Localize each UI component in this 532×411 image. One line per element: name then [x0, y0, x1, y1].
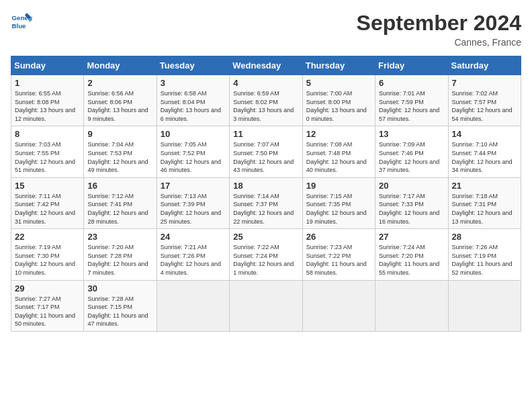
month-title: September 2024 — [357, 11, 521, 36]
day-number: 22 — [15, 232, 80, 242]
empty-cell — [302, 280, 375, 331]
day-number: 10 — [161, 129, 226, 139]
day-info: Sunrise: 7:07 AMSunset: 7:50 PMDaylight:… — [233, 140, 298, 174]
day-number: 21 — [452, 181, 517, 191]
day-number: 3 — [161, 78, 226, 88]
day-info: Sunrise: 7:26 AMSunset: 7:19 PMDaylight:… — [452, 243, 517, 277]
day-number: 18 — [233, 181, 298, 191]
calendar-day-17: 17 Sunrise: 7:13 AMSunset: 7:39 PMDaylig… — [157, 177, 229, 228]
day-info: Sunrise: 7:04 AMSunset: 7:53 PMDaylight:… — [87, 140, 152, 174]
calendar-header-row: SundayMondayTuesdayWednesdayThursdayFrid… — [11, 56, 521, 75]
day-number: 2 — [87, 78, 152, 88]
calendar-week-4: 22 Sunrise: 7:19 AMSunset: 7:30 PMDaylig… — [11, 229, 521, 280]
day-info: Sunrise: 7:01 AMSunset: 7:59 PMDaylight:… — [379, 89, 444, 123]
calendar-day-20: 20 Sunrise: 7:17 AMSunset: 7:33 PMDaylig… — [375, 177, 448, 228]
day-info: Sunrise: 7:12 AMSunset: 7:41 PMDaylight:… — [87, 192, 152, 226]
day-info: Sunrise: 7:09 AMSunset: 7:46 PMDaylight:… — [379, 140, 444, 174]
calendar-day-14: 14 Sunrise: 7:10 AMSunset: 7:44 PMDaylig… — [448, 126, 521, 177]
calendar-day-24: 24 Sunrise: 7:21 AMSunset: 7:26 PMDaylig… — [157, 229, 229, 280]
calendar-day-2: 2 Sunrise: 6:56 AMSunset: 8:06 PMDayligh… — [84, 75, 157, 126]
page-header: General Blue September 2024 Cannes, Fran… — [11, 11, 521, 48]
day-number: 6 — [379, 78, 444, 88]
calendar-day-3: 3 Sunrise: 6:58 AMSunset: 8:04 PMDayligh… — [157, 75, 229, 126]
col-header-monday: Monday — [84, 56, 157, 75]
day-number: 17 — [161, 181, 226, 191]
day-number: 14 — [452, 129, 517, 139]
calendar-day-10: 10 Sunrise: 7:05 AMSunset: 7:52 PMDaylig… — [157, 126, 229, 177]
col-header-sunday: Sunday — [11, 56, 84, 75]
calendar-week-1: 1 Sunrise: 6:55 AMSunset: 8:08 PMDayligh… — [11, 75, 521, 126]
calendar-day-13: 13 Sunrise: 7:09 AMSunset: 7:46 PMDaylig… — [375, 126, 448, 177]
day-number: 16 — [87, 181, 152, 191]
day-info: Sunrise: 7:03 AMSunset: 7:55 PMDaylight:… — [15, 140, 80, 174]
day-info: Sunrise: 7:14 AMSunset: 7:37 PMDaylight:… — [233, 192, 298, 226]
day-number: 20 — [379, 181, 444, 191]
calendar-day-19: 19 Sunrise: 7:15 AMSunset: 7:35 PMDaylig… — [302, 177, 375, 228]
logo: General Blue — [11, 11, 32, 32]
svg-text:Blue: Blue — [12, 22, 26, 30]
day-info: Sunrise: 7:10 AMSunset: 7:44 PMDaylight:… — [452, 140, 517, 174]
day-number: 25 — [233, 232, 298, 242]
day-number: 27 — [379, 232, 444, 242]
day-info: Sunrise: 7:19 AMSunset: 7:30 PMDaylight:… — [15, 243, 80, 277]
day-number: 12 — [306, 129, 371, 139]
calendar-week-3: 15 Sunrise: 7:11 AMSunset: 7:42 PMDaylig… — [11, 177, 521, 228]
day-info: Sunrise: 7:08 AMSunset: 7:48 PMDaylight:… — [306, 140, 371, 174]
calendar-day-7: 7 Sunrise: 7:02 AMSunset: 7:57 PMDayligh… — [448, 75, 521, 126]
day-info: Sunrise: 7:17 AMSunset: 7:33 PMDaylight:… — [379, 192, 444, 226]
day-info: Sunrise: 6:55 AMSunset: 8:08 PMDaylight:… — [15, 89, 80, 123]
day-info: Sunrise: 7:22 AMSunset: 7:24 PMDaylight:… — [233, 243, 298, 277]
calendar-day-4: 4 Sunrise: 6:59 AMSunset: 8:02 PMDayligh… — [230, 75, 302, 126]
calendar-day-11: 11 Sunrise: 7:07 AMSunset: 7:50 PMDaylig… — [230, 126, 302, 177]
empty-cell — [230, 280, 302, 331]
day-number: 26 — [306, 232, 371, 242]
location: Cannes, France — [357, 37, 521, 48]
day-info: Sunrise: 7:11 AMSunset: 7:42 PMDaylight:… — [15, 192, 80, 226]
day-info: Sunrise: 7:27 AMSunset: 7:17 PMDaylight:… — [15, 295, 80, 328]
day-info: Sunrise: 7:23 AMSunset: 7:22 PMDaylight:… — [306, 243, 371, 277]
day-number: 30 — [87, 283, 152, 293]
empty-cell — [448, 280, 521, 331]
day-info: Sunrise: 7:21 AMSunset: 7:26 PMDaylight:… — [161, 243, 226, 277]
calendar-day-30: 30 Sunrise: 7:28 AMSunset: 7:15 PMDaylig… — [84, 280, 157, 331]
day-number: 9 — [87, 129, 152, 139]
day-info: Sunrise: 7:24 AMSunset: 7:20 PMDaylight:… — [379, 243, 444, 277]
calendar-table: SundayMondayTuesdayWednesdayThursdayFrid… — [11, 56, 521, 332]
calendar-day-18: 18 Sunrise: 7:14 AMSunset: 7:37 PMDaylig… — [230, 177, 302, 228]
calendar-day-5: 5 Sunrise: 7:00 AMSunset: 8:00 PMDayligh… — [302, 75, 375, 126]
calendar-day-6: 6 Sunrise: 7:01 AMSunset: 7:59 PMDayligh… — [375, 75, 448, 126]
day-number: 23 — [87, 232, 152, 242]
calendar-day-23: 23 Sunrise: 7:20 AMSunset: 7:28 PMDaylig… — [84, 229, 157, 280]
day-number: 7 — [452, 78, 517, 88]
day-number: 29 — [15, 283, 80, 293]
empty-cell — [157, 280, 229, 331]
day-info: Sunrise: 7:20 AMSunset: 7:28 PMDaylight:… — [87, 243, 152, 277]
calendar-day-29: 29 Sunrise: 7:27 AMSunset: 7:17 PMDaylig… — [11, 280, 84, 331]
day-info: Sunrise: 7:02 AMSunset: 7:57 PMDaylight:… — [452, 89, 517, 123]
calendar-day-25: 25 Sunrise: 7:22 AMSunset: 7:24 PMDaylig… — [230, 229, 302, 280]
calendar-day-12: 12 Sunrise: 7:08 AMSunset: 7:48 PMDaylig… — [302, 126, 375, 177]
day-info: Sunrise: 6:59 AMSunset: 8:02 PMDaylight:… — [233, 89, 298, 123]
day-info: Sunrise: 7:13 AMSunset: 7:39 PMDaylight:… — [161, 192, 226, 226]
empty-cell — [375, 280, 448, 331]
day-number: 19 — [306, 181, 371, 191]
col-header-wednesday: Wednesday — [230, 56, 302, 75]
calendar-week-2: 8 Sunrise: 7:03 AMSunset: 7:55 PMDayligh… — [11, 126, 521, 177]
col-header-tuesday: Tuesday — [157, 56, 229, 75]
day-number: 28 — [452, 232, 517, 242]
day-number: 8 — [15, 129, 80, 139]
col-header-thursday: Thursday — [302, 56, 375, 75]
day-info: Sunrise: 7:18 AMSunset: 7:31 PMDaylight:… — [452, 192, 517, 226]
day-number: 13 — [379, 129, 444, 139]
day-number: 15 — [15, 181, 80, 191]
day-number: 11 — [233, 129, 298, 139]
calendar-day-26: 26 Sunrise: 7:23 AMSunset: 7:22 PMDaylig… — [302, 229, 375, 280]
logo-icon: General Blue — [11, 11, 32, 32]
calendar-day-22: 22 Sunrise: 7:19 AMSunset: 7:30 PMDaylig… — [11, 229, 84, 280]
col-header-saturday: Saturday — [448, 56, 521, 75]
calendar-day-16: 16 Sunrise: 7:12 AMSunset: 7:41 PMDaylig… — [84, 177, 157, 228]
day-info: Sunrise: 6:58 AMSunset: 8:04 PMDaylight:… — [161, 89, 226, 123]
calendar-day-28: 28 Sunrise: 7:26 AMSunset: 7:19 PMDaylig… — [448, 229, 521, 280]
calendar-day-9: 9 Sunrise: 7:04 AMSunset: 7:53 PMDayligh… — [84, 126, 157, 177]
day-info: Sunrise: 7:15 AMSunset: 7:35 PMDaylight:… — [306, 192, 371, 226]
